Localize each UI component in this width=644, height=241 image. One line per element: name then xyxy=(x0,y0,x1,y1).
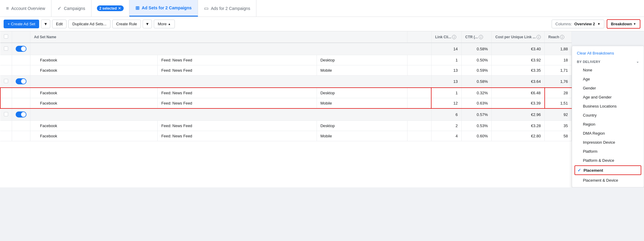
tab-selected[interactable]: 2 selected ✕ xyxy=(91,0,129,17)
row-toggle[interactable] xyxy=(16,111,26,117)
dropdown-item-placement_device[interactable]: ✓ Placement & Device xyxy=(572,176,644,185)
tab-campaigns-label: Campaigns xyxy=(64,6,85,11)
row-checkbox[interactable] xyxy=(4,46,8,51)
cost-per-info-icon[interactable]: i xyxy=(537,35,541,39)
table-row: Facebook Feed: News Feed Desktop 2 0.53%… xyxy=(0,121,572,131)
row-toggle-cell xyxy=(12,43,30,55)
duplicate-button[interactable]: Duplicate Ad Sets... xyxy=(68,20,110,28)
by-delivery-section: BY DELIVERY ⌄ xyxy=(572,58,644,65)
header-name: Ad Set Name xyxy=(30,31,407,43)
create-rule-caret-button[interactable]: ▼ xyxy=(143,20,152,28)
tab-account[interactable]: ≡ Account Overview xyxy=(0,0,51,17)
row-ctr: 0.53% xyxy=(461,121,491,131)
row-link-clicks: 2 xyxy=(431,121,461,131)
tab-ads-label: Ads for 2 Campaigns xyxy=(211,6,250,11)
row-toggle-cell xyxy=(12,88,30,98)
row-cost-per: €6.48 xyxy=(491,88,544,98)
row-ctr: 0.58% xyxy=(461,76,491,88)
row-check-cell xyxy=(0,131,12,141)
row-toggle-cell xyxy=(12,98,30,109)
row-toggle-cell xyxy=(12,121,30,131)
breakdown-button[interactable]: Breakdown ▼ xyxy=(607,19,640,29)
dropdown-item-gender[interactable]: ✓ Gender xyxy=(572,83,644,92)
row-toggle-cell xyxy=(12,108,30,121)
tab-campaigns[interactable]: ✓ Campaigns xyxy=(51,0,91,17)
row-toggle[interactable] xyxy=(16,46,26,52)
adsets-table: Ad Set Name Link Cli... i CTR (... i xyxy=(0,31,572,141)
row-placement: Feed: News Feed xyxy=(158,55,317,65)
row-ctr: 0.32% xyxy=(461,88,491,98)
create-adset-button[interactable]: + Create Ad Set xyxy=(4,20,39,28)
row-ctr: 0.57% xyxy=(461,108,491,121)
dropdown-item-platform_device[interactable]: ✓ Platform & Device xyxy=(572,156,644,165)
row-device: Mobile xyxy=(317,131,407,141)
dropdown-item-none[interactable]: ✓ None xyxy=(572,65,644,74)
table-row: Facebook Feed: News Feed Mobile 13 0.59%… xyxy=(0,65,572,76)
row-name-cell xyxy=(30,76,432,88)
row-empty xyxy=(407,131,431,141)
dropdown-item-age_gender[interactable]: ✓ Age and Gender xyxy=(572,92,644,102)
row-platform: Facebook xyxy=(30,55,158,65)
dropdown-item-label: Region xyxy=(583,122,595,127)
clear-all-breakdowns[interactable]: Clear All Breakdowns xyxy=(572,49,644,58)
table-header-row: Ad Set Name Link Cli... i CTR (... i xyxy=(0,31,572,43)
row-checkbox[interactable] xyxy=(4,112,8,116)
row-platform: Facebook xyxy=(30,88,158,98)
dropdown-item-label: Platform xyxy=(583,149,597,154)
dropdown-item-platform[interactable]: ✓ Platform xyxy=(572,147,644,156)
breakdown-label: Breakdown xyxy=(611,22,632,26)
row-checkbox[interactable] xyxy=(4,79,8,83)
create-adset-caret-button[interactable]: ▼ xyxy=(41,20,50,28)
row-link-clicks: 13 xyxy=(431,65,461,76)
row-reach: 1,71 xyxy=(545,65,572,76)
table-row: Facebook Feed: News Feed Mobile 12 0.63%… xyxy=(0,98,572,109)
dropdown-item-placement[interactable]: ✓ Placement xyxy=(574,165,641,175)
row-empty xyxy=(407,98,431,109)
by-delivery-label: BY DELIVERY xyxy=(577,60,600,64)
row-placement: Feed: News Feed xyxy=(158,131,317,141)
more-label: More xyxy=(158,22,167,26)
create-adset-label: + Create Ad Set xyxy=(8,22,35,26)
row-reach: 92 xyxy=(545,108,572,121)
row-reach: 28 xyxy=(545,88,572,98)
tab-adsets-label: Ad Sets for 2 Campaigns xyxy=(142,5,192,10)
dropdown-item-label: None xyxy=(583,68,592,72)
dropdown-item-age[interactable]: ✓ Age xyxy=(572,74,644,83)
select-all-checkbox[interactable] xyxy=(4,34,8,39)
row-platform: Facebook xyxy=(30,65,158,76)
row-device: Mobile xyxy=(317,65,407,76)
columns-button[interactable]: Columns: Overview 2 ▼ xyxy=(552,20,604,28)
create-rule-button[interactable]: Create Rule xyxy=(112,20,141,28)
reach-info-icon[interactable]: i xyxy=(560,35,564,39)
row-check-cell xyxy=(0,108,12,121)
row-toggle[interactable] xyxy=(16,78,26,84)
row-placement: Feed: News Feed xyxy=(158,98,317,109)
dropdown-item-country[interactable]: ✓ Country xyxy=(572,111,644,120)
dropdown-item-business_loc[interactable]: ✓ Business Locations xyxy=(572,102,644,111)
dropdown-item-label: Impression Device xyxy=(583,140,615,145)
row-empty xyxy=(407,65,431,76)
row-link-clicks: 14 xyxy=(431,43,461,55)
breakdown-caret-icon: ▼ xyxy=(633,22,636,26)
dropdown-item-impression_device[interactable]: ✓ Impression Device xyxy=(572,138,644,147)
row-check-cell xyxy=(0,121,12,131)
dropdown-item-dma_region[interactable]: ✓ DMA Region xyxy=(572,129,644,138)
row-link-clicks: 12 xyxy=(431,98,461,109)
row-check-cell xyxy=(0,43,12,55)
selected-count: 2 selected xyxy=(99,6,117,11)
more-button[interactable]: More ▲ xyxy=(154,20,175,28)
selected-close-icon[interactable]: ✕ xyxy=(118,6,121,11)
row-reach: 18 xyxy=(545,55,572,65)
row-placement: Feed: News Feed xyxy=(158,65,317,76)
tab-ads[interactable]: ▭ Ads for 2 Campaigns xyxy=(198,0,257,17)
breakdown-dropdown: Clear All Breakdowns BY DELIVERY ⌄ ✓ Non… xyxy=(572,46,644,187)
tab-adsets[interactable]: ⊞ Ad Sets for 2 Campaigns xyxy=(129,0,198,17)
dropdown-item-region[interactable]: ✓ Region xyxy=(572,120,644,129)
account-icon: ≡ xyxy=(6,6,9,11)
edit-button[interactable]: Edit xyxy=(52,20,67,28)
table-wrapper: Ad Set Name Link Cli... i CTR (... i xyxy=(0,31,572,187)
row-toggle-cell xyxy=(12,131,30,141)
ctr-info-icon[interactable]: i xyxy=(479,35,483,39)
table-row: Facebook Feed: News Feed Mobile 4 0.60% … xyxy=(0,131,572,141)
link-clicks-info-icon[interactable]: i xyxy=(452,35,456,39)
